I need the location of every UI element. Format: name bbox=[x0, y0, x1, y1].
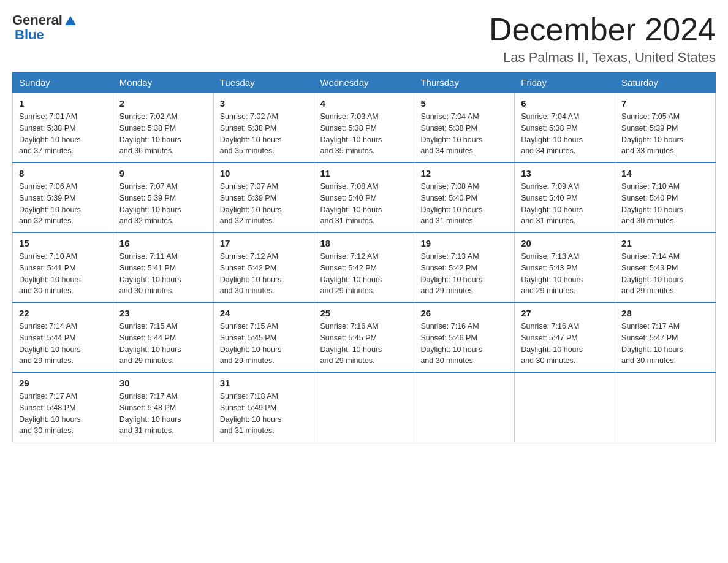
day-number: 31 bbox=[220, 378, 308, 388]
day-info: Sunrise: 7:08 AM Sunset: 5:40 PM Dayligh… bbox=[320, 181, 408, 227]
calendar-cell: 24 Sunrise: 7:15 AM Sunset: 5:45 PM Dayl… bbox=[213, 302, 314, 372]
calendar-cell: 16 Sunrise: 7:11 AM Sunset: 5:41 PM Dayl… bbox=[113, 232, 213, 302]
day-number: 16 bbox=[119, 238, 207, 248]
calendar-cell: 6 Sunrise: 7:04 AM Sunset: 5:38 PM Dayli… bbox=[515, 93, 615, 163]
weekday-header-tuesday: Tuesday bbox=[213, 72, 314, 93]
day-info: Sunrise: 7:17 AM Sunset: 5:47 PM Dayligh… bbox=[621, 321, 709, 367]
calendar-cell: 30 Sunrise: 7:17 AM Sunset: 5:48 PM Dayl… bbox=[113, 372, 213, 442]
day-info: Sunrise: 7:02 AM Sunset: 5:38 PM Dayligh… bbox=[220, 111, 308, 157]
day-number: 29 bbox=[19, 378, 107, 388]
day-number: 19 bbox=[420, 238, 508, 248]
weekday-header-friday: Friday bbox=[515, 72, 615, 93]
day-number: 15 bbox=[19, 238, 107, 248]
day-info: Sunrise: 7:16 AM Sunset: 5:45 PM Dayligh… bbox=[320, 321, 408, 367]
day-info: Sunrise: 7:13 AM Sunset: 5:43 PM Dayligh… bbox=[521, 251, 609, 297]
weekday-header-wednesday: Wednesday bbox=[314, 72, 414, 93]
day-info: Sunrise: 7:11 AM Sunset: 5:41 PM Dayligh… bbox=[119, 251, 207, 297]
day-info: Sunrise: 7:02 AM Sunset: 5:38 PM Dayligh… bbox=[119, 111, 207, 157]
day-info: Sunrise: 7:13 AM Sunset: 5:42 PM Dayligh… bbox=[420, 251, 508, 297]
week-row-5: 29 Sunrise: 7:17 AM Sunset: 5:48 PM Dayl… bbox=[13, 372, 716, 442]
calendar-cell: 20 Sunrise: 7:13 AM Sunset: 5:43 PM Dayl… bbox=[515, 232, 615, 302]
calendar-cell: 3 Sunrise: 7:02 AM Sunset: 5:38 PM Dayli… bbox=[213, 93, 314, 163]
day-number: 22 bbox=[19, 308, 107, 318]
calendar-cell: 23 Sunrise: 7:15 AM Sunset: 5:44 PM Dayl… bbox=[113, 302, 213, 372]
week-row-3: 15 Sunrise: 7:10 AM Sunset: 5:41 PM Dayl… bbox=[13, 232, 716, 302]
day-info: Sunrise: 7:03 AM Sunset: 5:38 PM Dayligh… bbox=[320, 111, 408, 157]
logo-general: General bbox=[12, 12, 63, 28]
calendar-cell: 13 Sunrise: 7:09 AM Sunset: 5:40 PM Dayl… bbox=[515, 163, 615, 232]
calendar-cell: 1 Sunrise: 7:01 AM Sunset: 5:38 PM Dayli… bbox=[13, 93, 113, 163]
day-number: 10 bbox=[220, 168, 308, 178]
day-number: 3 bbox=[220, 98, 308, 109]
calendar-cell: 14 Sunrise: 7:10 AM Sunset: 5:40 PM Dayl… bbox=[615, 163, 716, 232]
calendar-cell: 7 Sunrise: 7:05 AM Sunset: 5:39 PM Dayli… bbox=[615, 93, 716, 163]
day-number: 8 bbox=[19, 168, 107, 178]
day-info: Sunrise: 7:15 AM Sunset: 5:44 PM Dayligh… bbox=[119, 321, 207, 367]
day-number: 14 bbox=[621, 168, 709, 178]
day-info: Sunrise: 7:07 AM Sunset: 5:39 PM Dayligh… bbox=[220, 181, 308, 227]
weekday-header-thursday: Thursday bbox=[414, 72, 515, 93]
calendar-cell bbox=[314, 372, 414, 442]
calendar-title: December 2024 bbox=[489, 12, 716, 47]
day-number: 28 bbox=[621, 308, 709, 318]
day-number: 1 bbox=[19, 98, 107, 109]
day-number: 18 bbox=[320, 238, 408, 248]
svg-marker-0 bbox=[65, 16, 76, 25]
calendar-cell: 12 Sunrise: 7:08 AM Sunset: 5:40 PM Dayl… bbox=[414, 163, 515, 232]
day-number: 13 bbox=[521, 168, 609, 178]
day-info: Sunrise: 7:04 AM Sunset: 5:38 PM Dayligh… bbox=[521, 111, 609, 157]
day-number: 20 bbox=[521, 238, 609, 248]
calendar-cell: 10 Sunrise: 7:07 AM Sunset: 5:39 PM Dayl… bbox=[213, 163, 314, 232]
day-info: Sunrise: 7:12 AM Sunset: 5:42 PM Dayligh… bbox=[220, 251, 308, 297]
day-info: Sunrise: 7:16 AM Sunset: 5:47 PM Dayligh… bbox=[521, 321, 609, 367]
calendar-cell: 18 Sunrise: 7:12 AM Sunset: 5:42 PM Dayl… bbox=[314, 232, 414, 302]
day-number: 24 bbox=[220, 308, 308, 318]
day-number: 30 bbox=[119, 378, 207, 388]
logo-blue: Blue bbox=[12, 27, 44, 43]
day-info: Sunrise: 7:10 AM Sunset: 5:41 PM Dayligh… bbox=[19, 251, 107, 297]
day-number: 6 bbox=[521, 98, 609, 109]
weekday-header-sunday: Sunday bbox=[13, 72, 113, 93]
day-number: 2 bbox=[119, 98, 207, 109]
calendar-cell: 27 Sunrise: 7:16 AM Sunset: 5:47 PM Dayl… bbox=[515, 302, 615, 372]
title-block: December 2024 Las Palmas II, Texas, Unit… bbox=[489, 12, 716, 66]
day-info: Sunrise: 7:14 AM Sunset: 5:44 PM Dayligh… bbox=[19, 321, 107, 367]
calendar-subtitle: Las Palmas II, Texas, United States bbox=[489, 50, 716, 66]
calendar-table: SundayMondayTuesdayWednesdayThursdayFrid… bbox=[12, 72, 716, 442]
day-number: 17 bbox=[220, 238, 308, 248]
calendar-cell: 28 Sunrise: 7:17 AM Sunset: 5:47 PM Dayl… bbox=[615, 302, 716, 372]
day-number: 12 bbox=[420, 168, 508, 178]
weekday-header-saturday: Saturday bbox=[615, 72, 716, 93]
day-number: 5 bbox=[420, 98, 508, 109]
calendar-cell bbox=[414, 372, 515, 442]
calendar-cell: 25 Sunrise: 7:16 AM Sunset: 5:45 PM Dayl… bbox=[314, 302, 414, 372]
day-info: Sunrise: 7:16 AM Sunset: 5:46 PM Dayligh… bbox=[420, 321, 508, 367]
calendar-cell: 22 Sunrise: 7:14 AM Sunset: 5:44 PM Dayl… bbox=[13, 302, 113, 372]
calendar-cell: 19 Sunrise: 7:13 AM Sunset: 5:42 PM Dayl… bbox=[414, 232, 515, 302]
day-info: Sunrise: 7:17 AM Sunset: 5:48 PM Dayligh… bbox=[119, 391, 207, 437]
calendar-cell: 26 Sunrise: 7:16 AM Sunset: 5:46 PM Dayl… bbox=[414, 302, 515, 372]
day-info: Sunrise: 7:09 AM Sunset: 5:40 PM Dayligh… bbox=[521, 181, 609, 227]
day-info: Sunrise: 7:08 AM Sunset: 5:40 PM Dayligh… bbox=[420, 181, 508, 227]
calendar-cell: 29 Sunrise: 7:17 AM Sunset: 5:48 PM Dayl… bbox=[13, 372, 113, 442]
logo: General Blue bbox=[12, 12, 77, 43]
calendar-cell: 8 Sunrise: 7:06 AM Sunset: 5:39 PM Dayli… bbox=[13, 163, 113, 232]
calendar-cell: 9 Sunrise: 7:07 AM Sunset: 5:39 PM Dayli… bbox=[113, 163, 213, 232]
week-row-4: 22 Sunrise: 7:14 AM Sunset: 5:44 PM Dayl… bbox=[13, 302, 716, 372]
day-number: 25 bbox=[320, 308, 408, 318]
day-info: Sunrise: 7:07 AM Sunset: 5:39 PM Dayligh… bbox=[119, 181, 207, 227]
calendar-cell: 2 Sunrise: 7:02 AM Sunset: 5:38 PM Dayli… bbox=[113, 93, 213, 163]
weekday-header-row: SundayMondayTuesdayWednesdayThursdayFrid… bbox=[13, 72, 716, 93]
calendar-cell: 21 Sunrise: 7:14 AM Sunset: 5:43 PM Dayl… bbox=[615, 232, 716, 302]
day-number: 21 bbox=[621, 238, 709, 248]
day-info: Sunrise: 7:14 AM Sunset: 5:43 PM Dayligh… bbox=[621, 251, 709, 297]
day-number: 11 bbox=[320, 168, 408, 178]
page-header: General Blue December 2024 Las Palmas II… bbox=[12, 12, 716, 66]
calendar-cell: 15 Sunrise: 7:10 AM Sunset: 5:41 PM Dayl… bbox=[13, 232, 113, 302]
day-info: Sunrise: 7:06 AM Sunset: 5:39 PM Dayligh… bbox=[19, 181, 107, 227]
calendar-cell: 31 Sunrise: 7:18 AM Sunset: 5:49 PM Dayl… bbox=[213, 372, 314, 442]
week-row-2: 8 Sunrise: 7:06 AM Sunset: 5:39 PM Dayli… bbox=[13, 163, 716, 232]
day-number: 26 bbox=[420, 308, 508, 318]
day-number: 7 bbox=[621, 98, 709, 109]
day-info: Sunrise: 7:01 AM Sunset: 5:38 PM Dayligh… bbox=[19, 111, 107, 157]
